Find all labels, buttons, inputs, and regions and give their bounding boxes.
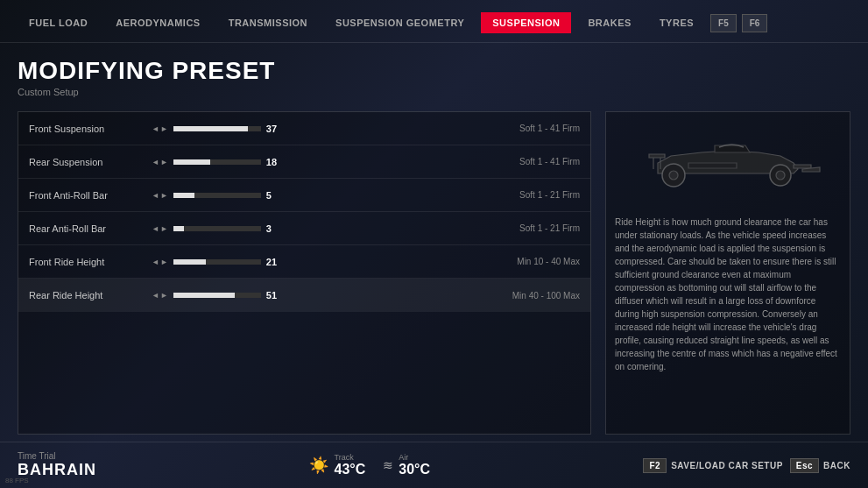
setting-control-2: ◄ ► 5 bbox=[152, 190, 511, 201]
footer-track: BAHRAIN bbox=[18, 461, 96, 479]
arrows-3[interactable]: ◄ ► bbox=[152, 224, 168, 233]
setting-value-1: 18 bbox=[266, 157, 288, 167]
footer-buttons: F2 SAVE/LOAD CAR SETUP Esc BACK bbox=[643, 458, 850, 473]
setting-value-2: 5 bbox=[266, 190, 288, 201]
right-arrow-3[interactable]: ► bbox=[160, 224, 168, 233]
setting-control-3: ◄ ► 3 bbox=[152, 223, 511, 234]
setting-value-4: 21 bbox=[266, 257, 288, 267]
arrows-1[interactable]: ◄ ► bbox=[152, 158, 168, 166]
save-load-button[interactable]: F2 SAVE/LOAD CAR SETUP bbox=[643, 458, 782, 473]
setting-row-0[interactable]: Front Suspension ◄ ► 37 Soft 1 - 41 Firm bbox=[18, 112, 590, 145]
setting-range-1: Soft 1 - 41 Firm bbox=[519, 157, 580, 166]
footer-mode: Time Trial bbox=[18, 451, 96, 461]
left-arrow-1[interactable]: ◄ bbox=[152, 158, 159, 166]
left-arrow-3[interactable]: ◄ bbox=[152, 224, 159, 233]
setting-range-3: Soft 1 - 21 Firm bbox=[519, 223, 580, 233]
arrows-2[interactable]: ◄ ► bbox=[152, 191, 168, 200]
info-panel: Ride Height is how much ground clearance… bbox=[605, 111, 850, 435]
setting-range-2: Soft 1 - 21 Firm bbox=[519, 190, 580, 200]
slider-bar-4[interactable] bbox=[173, 259, 261, 265]
arrows-5[interactable]: ◄ ► bbox=[152, 291, 168, 300]
left-arrow-0[interactable]: ◄ bbox=[152, 124, 159, 133]
car-image bbox=[615, 121, 841, 209]
page-subtitle: Custom Setup bbox=[18, 87, 850, 97]
top-nav: FUEL LOAD AERODYNAMICS TRANSMISSION SUSP… bbox=[0, 0, 868, 43]
setting-row-1[interactable]: Rear Suspension ◄ ► 18 Soft 1 - 41 Firm bbox=[18, 145, 590, 179]
right-arrow-2[interactable]: ► bbox=[160, 191, 168, 200]
setting-row-2[interactable]: Front Anti-Roll Bar ◄ ► 5 Soft 1 - 21 Fi… bbox=[18, 179, 590, 212]
arrows-4[interactable]: ◄ ► bbox=[152, 258, 168, 266]
info-description: Ride Height is how much ground clearance… bbox=[615, 216, 841, 373]
slider-fill-3 bbox=[173, 226, 184, 231]
slider-bar-2[interactable] bbox=[173, 193, 261, 198]
arrows-0[interactable]: ◄ ► bbox=[152, 124, 168, 133]
nav-tab-suspension-geometry[interactable]: SUSPENSION GEOMETRY bbox=[324, 12, 476, 33]
svg-point-5 bbox=[669, 171, 678, 180]
setting-row-5[interactable]: Rear Ride Height ◄ ► 51 Min 40 - 100 Max bbox=[18, 279, 590, 312]
setting-range-5: Min 40 - 100 Max bbox=[512, 291, 580, 301]
setting-control-5: ◄ ► 51 bbox=[152, 290, 504, 301]
setting-name-4: Front Ride Height bbox=[29, 257, 143, 267]
nav-tab-brakes[interactable]: BRAKES bbox=[576, 12, 642, 33]
sun-icon: ☀️ bbox=[309, 456, 328, 475]
right-arrow-0[interactable]: ► bbox=[160, 124, 168, 133]
right-arrow-1[interactable]: ► bbox=[160, 158, 168, 166]
back-label: BACK bbox=[823, 461, 850, 470]
nav-tab-tyres[interactable]: TYRES bbox=[648, 12, 705, 33]
slider-bar-3[interactable] bbox=[173, 226, 261, 231]
slider-bar-1[interactable] bbox=[173, 159, 261, 165]
slider-bar-0[interactable] bbox=[173, 126, 261, 131]
car-illustration bbox=[632, 130, 824, 200]
right-arrow-5[interactable]: ► bbox=[160, 291, 168, 300]
slider-fill-1 bbox=[173, 159, 210, 165]
slider-fill-4 bbox=[173, 259, 206, 265]
slider-fill-5 bbox=[173, 293, 235, 298]
setting-value-3: 3 bbox=[266, 223, 288, 234]
air-temp-value: 30°C bbox=[399, 462, 430, 477]
setting-name-2: Front Anti-Roll Bar bbox=[29, 190, 143, 201]
left-arrow-2[interactable]: ◄ bbox=[152, 191, 159, 200]
left-arrow-4[interactable]: ◄ bbox=[152, 258, 159, 266]
esc-key: Esc bbox=[790, 458, 819, 473]
setting-range-4: Min 10 - 40 Max bbox=[517, 257, 580, 266]
setting-name-5: Rear Ride Height bbox=[29, 290, 143, 301]
nav-tab-suspension[interactable]: SUSPENSION bbox=[481, 12, 571, 33]
setting-value-0: 37 bbox=[266, 124, 288, 134]
track-temp: ☀️ Track 43°C bbox=[309, 453, 365, 477]
fps-counter: 88 FPS bbox=[5, 477, 29, 484]
main-content: Front Suspension ◄ ► 37 Soft 1 - 41 Firm… bbox=[0, 104, 868, 442]
slider-fill-2 bbox=[173, 193, 194, 198]
setting-name-3: Rear Anti-Roll Bar bbox=[29, 223, 143, 234]
settings-panel: Front Suspension ◄ ► 37 Soft 1 - 41 Firm… bbox=[18, 111, 591, 435]
save-load-label: SAVE/LOAD CAR SETUP bbox=[671, 461, 783, 470]
slider-fill-0 bbox=[173, 126, 248, 131]
back-button[interactable]: Esc BACK bbox=[790, 458, 850, 473]
setting-control-0: ◄ ► 37 bbox=[152, 124, 511, 134]
air-label: Air bbox=[399, 453, 430, 462]
key-f5[interactable]: F5 bbox=[710, 14, 737, 32]
setting-value-5: 51 bbox=[266, 290, 288, 301]
air-temp: ≋ Air 30°C bbox=[383, 453, 430, 477]
nav-tab-transmission[interactable]: TRANSMISSION bbox=[217, 12, 319, 33]
setting-row-4[interactable]: Front Ride Height ◄ ► 21 Min 10 - 40 Max bbox=[18, 245, 590, 279]
setting-control-1: ◄ ► 18 bbox=[152, 157, 511, 167]
key-f6[interactable]: F6 bbox=[742, 14, 768, 32]
footer-left: Time Trial BAHRAIN bbox=[18, 451, 96, 479]
track-temp-value: 43°C bbox=[334, 462, 365, 477]
slider-bar-5[interactable] bbox=[173, 293, 261, 298]
setting-range-0: Soft 1 - 41 Firm bbox=[519, 124, 580, 133]
page-title: MODIFYING PRESET bbox=[18, 57, 850, 85]
setting-control-4: ◄ ► 21 bbox=[152, 257, 508, 267]
f2-key: F2 bbox=[643, 458, 667, 473]
track-label: Track bbox=[334, 453, 365, 462]
page-header: MODIFYING PRESET Custom Setup bbox=[0, 43, 868, 104]
setting-row-3[interactable]: Rear Anti-Roll Bar ◄ ► 3 Soft 1 - 21 Fir… bbox=[18, 212, 590, 245]
nav-tab-aerodynamics[interactable]: AERODYNAMICS bbox=[104, 12, 211, 33]
footer: Time Trial BAHRAIN ☀️ Track 43°C ≋ Air 3… bbox=[0, 442, 868, 488]
setting-name-0: Front Suspension bbox=[29, 124, 143, 134]
left-arrow-5[interactable]: ◄ bbox=[152, 291, 159, 300]
wind-icon: ≋ bbox=[383, 458, 393, 472]
svg-point-3 bbox=[776, 171, 785, 180]
right-arrow-4[interactable]: ► bbox=[160, 258, 168, 266]
nav-tab-fuel-load[interactable]: FUEL LOAD bbox=[18, 12, 99, 33]
